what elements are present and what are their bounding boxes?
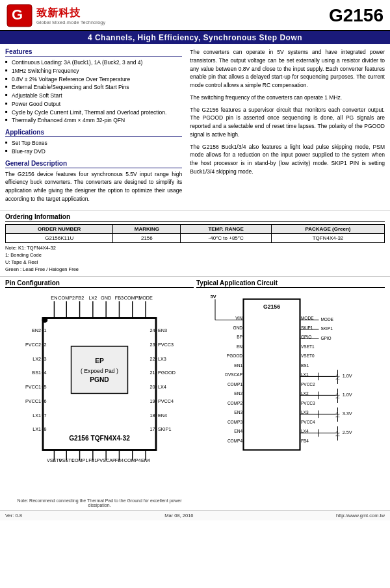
- svg-text:22: 22: [150, 355, 155, 361]
- table-row: G2156K11U 2156 -40°C to +85°C TQFN4X4-32: [6, 233, 385, 242]
- svg-text:DVSCAP: DVSCAP: [225, 372, 242, 377]
- list-item: Thermally Enhanced 4mm × 4mm 32-pin QFN: [5, 116, 182, 125]
- note-line: Note: K1: TQFN4X4-32: [5, 244, 385, 251]
- svg-text:5V: 5V: [211, 294, 216, 300]
- pin-config-svg: EN COMP2 FB2 LX2 GND FB3 COMP3 MODE: [5, 290, 194, 497]
- svg-text:17: 17: [150, 426, 155, 432]
- svg-text:MODE: MODE: [320, 316, 333, 321]
- subtitle-text: 4 Channels, High Efficiency, Synchronous…: [88, 33, 302, 42]
- pin-config-section: Pin Configuration EN COMP2 FB2 LX2 GND F…: [5, 279, 194, 507]
- svg-text:SKIP1: SKIP1: [158, 426, 172, 432]
- note-line: 1: Bonding Code: [5, 251, 385, 259]
- company-english: Global Mixed-mode Technology: [36, 20, 105, 25]
- cell-marking: 2156: [113, 233, 181, 242]
- logo-area: G 致新科技 Global Mixed-mode Technology: [6, 4, 105, 27]
- list-item: 0.8V ± 2% Voltage Reference Over Tempera…: [5, 75, 182, 84]
- svg-text:PGOOD: PGOOD: [227, 353, 243, 358]
- company-chinese: 致新科技: [36, 6, 105, 20]
- features-title: Features: [5, 48, 182, 57]
- ordering-section: Ordering Information ORDER NUMBER MARKIN…: [0, 210, 390, 276]
- col-package: PACKAGE (Green): [272, 224, 385, 233]
- cell-package: TQFN4X4-32: [272, 233, 385, 242]
- svg-text:PVCC2: PVCC2: [301, 381, 315, 386]
- svg-text:7: 7: [44, 412, 46, 418]
- svg-text:EN4: EN4: [158, 412, 167, 418]
- svg-rect-89: [244, 299, 300, 450]
- svg-text:GND: GND: [101, 294, 111, 300]
- svg-text:PVCC1: PVCC1: [25, 398, 41, 404]
- part-number: G2156: [329, 5, 384, 26]
- list-item: External Enable/Sequencing and Soft Star…: [5, 83, 182, 92]
- cell-order-number: G2156K11U: [6, 233, 113, 242]
- svg-text:GND: GND: [233, 325, 243, 329]
- svg-text:LX1: LX1: [32, 426, 41, 432]
- svg-text:LX4: LX4: [158, 384, 166, 390]
- svg-text:23: 23: [150, 342, 155, 348]
- right-text-3: The G2156 Buck1/3/4 also features a ligh…: [190, 143, 385, 176]
- svg-text:LX2: LX2: [88, 294, 97, 300]
- svg-text:PGOOD: PGOOD: [158, 370, 176, 376]
- right-text-2: The G2156 features a supervisor circuit …: [190, 106, 385, 139]
- applications-title: Applications: [5, 129, 182, 137]
- svg-text:GPIO: GPIO: [320, 335, 331, 340]
- svg-text:EN: EN: [237, 344, 242, 348]
- col-order-number: ORDER NUMBER: [6, 224, 113, 233]
- general-desc-text: The G2156 device features four synchrono…: [5, 170, 182, 203]
- svg-text:COMP2: COMP2: [58, 294, 75, 300]
- svg-point-88: [42, 317, 48, 323]
- list-item: Adjustable Soft Start: [5, 92, 182, 100]
- svg-text:BS1: BS1: [32, 370, 41, 376]
- svg-text:5: 5: [44, 384, 46, 390]
- svg-text:LX3: LX3: [158, 355, 166, 361]
- svg-text:PVCC2: PVCC2: [25, 342, 41, 348]
- col-marking: MARKING: [113, 224, 181, 233]
- main-content: Features Continuous Loading: 3A (Buck1),…: [0, 44, 390, 210]
- right-text-0: The converters can operate in 5V systems…: [190, 48, 385, 90]
- svg-text:24: 24: [150, 327, 155, 333]
- website-text: http://www.gmt.com.tw: [336, 513, 385, 518]
- ordering-title: Ordering Information: [5, 213, 385, 222]
- svg-text:EN: EN: [51, 294, 57, 300]
- svg-text:SKIP1: SKIP1: [320, 326, 333, 331]
- svg-text:PVCC4: PVCC4: [158, 398, 174, 404]
- svg-text:3: 3: [44, 355, 46, 361]
- svg-text:VSET0: VSET0: [301, 353, 315, 358]
- pin-diagram: EN COMP2 FB2 LX2 GND FB3 COMP3 MODE: [5, 290, 194, 507]
- svg-text:PVCC4: PVCC4: [301, 419, 315, 424]
- svg-text:BS1: BS1: [301, 363, 309, 367]
- list-item: Blue-ray DVD: [5, 147, 182, 156]
- svg-text:LX1: LX1: [32, 412, 41, 418]
- svg-text:8: 8: [44, 426, 46, 432]
- svg-text:BP: BP: [237, 335, 242, 339]
- svg-text:COMP3: COMP3: [228, 419, 243, 424]
- header: G 致新科技 Global Mixed-mode Technology G215…: [0, 0, 390, 31]
- svg-text:19: 19: [150, 398, 155, 404]
- col-temp-range: TEMP. RANGE: [181, 224, 272, 233]
- app-circuit-section: Typical Application Circuit G2156 VIN GN…: [196, 279, 385, 507]
- svg-text:PGND: PGND: [90, 376, 109, 383]
- app-circuit-title: Typical Application Circuit: [196, 279, 385, 288]
- table-header-row: ORDER NUMBER MARKING TEMP. RANGE PACKAGE…: [6, 224, 385, 233]
- list-item: Set Top Boxes: [5, 139, 182, 147]
- page: G 致新科技 Global Mixed-mode Technology G215…: [0, 0, 390, 588]
- right-text-1: The switching frequency of the converter…: [190, 94, 385, 102]
- company-text: 致新科技 Global Mixed-mode Technology: [36, 6, 105, 25]
- applications-list: Set Top Boxes Blue-ray DVD: [5, 139, 182, 156]
- svg-text:3.3V: 3.3V: [343, 410, 352, 416]
- svg-text:1: 1: [44, 327, 46, 333]
- general-desc-title: General Description: [5, 160, 182, 168]
- svg-text:EN2: EN2: [32, 327, 41, 333]
- svg-text:EP: EP: [95, 357, 104, 364]
- list-item: Continuous Loading: 3A (Buck1), 1A (Buck…: [5, 58, 182, 67]
- svg-text:PVCC3: PVCC3: [301, 400, 315, 405]
- svg-text:G2156 TQFN4X4-32: G2156 TQFN4X4-32: [69, 435, 130, 442]
- app-circuit-svg: G2156 VIN GND BP EN PGOOD EN1 DVSCAP COM…: [196, 290, 385, 497]
- svg-text:COMP1: COMP1: [228, 381, 243, 386]
- svg-text:COMP4: COMP4: [228, 438, 243, 442]
- svg-text:G2156: G2156: [263, 303, 280, 310]
- version-text: Ver: 0.8: [5, 513, 22, 518]
- subtitle-bar: 4 Channels, High Efficiency, Synchronous…: [0, 31, 390, 44]
- svg-text:21: 21: [150, 370, 155, 376]
- pin-config-note: Note: Recommend connecting the Thermal P…: [5, 498, 194, 507]
- footer: Ver: 0.8 Mar 08, 2016 http://www.gmt.com…: [0, 510, 390, 520]
